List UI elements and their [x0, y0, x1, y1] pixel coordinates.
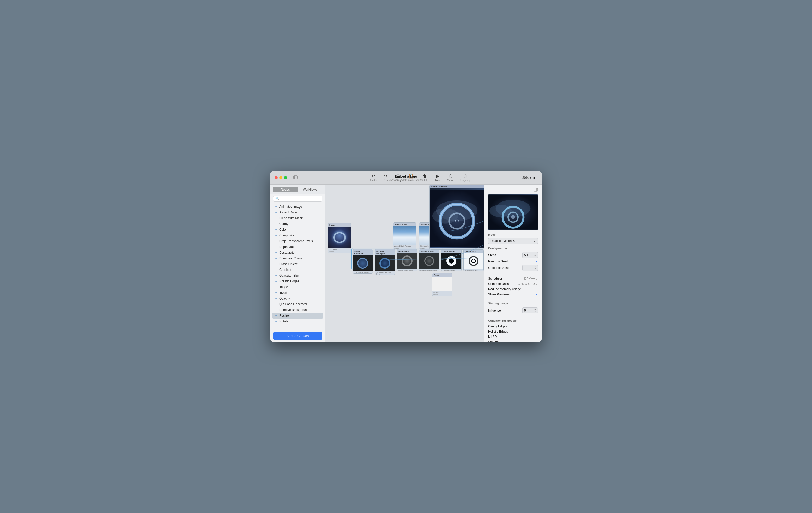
undo-button[interactable]: ↩ Undo — [368, 173, 379, 183]
node-item-holistic-edges[interactable]: ✦ Holistic Edges — [272, 278, 323, 284]
guidance-up[interactable]: ▲ — [534, 266, 536, 268]
model-selector[interactable]: Realistic Vision 5.1 ⌄ — [488, 238, 538, 244]
group-icon: ⬡ — [449, 174, 453, 179]
influence-row: Influence 0 ▲ ▼ — [488, 306, 538, 314]
main-content: Nodes Workflows 🔍 ✦ Animated Image ✦ Asp… — [270, 185, 542, 342]
divider-3 — [488, 316, 538, 316]
node-icon-gradient: ✦ — [274, 268, 278, 272]
model-chevron-icon: ⌄ — [533, 239, 535, 243]
tab-workflows[interactable]: Workflows — [298, 187, 323, 192]
scheduler-selector[interactable]: DPM++ ⌄ — [524, 277, 538, 280]
node-icon-color: ✦ — [274, 228, 278, 232]
zoom-control[interactable]: 30% ▾ — [522, 176, 531, 180]
conditioning-mlsd[interactable]: MLSD — [488, 334, 538, 339]
node-item-gradient[interactable]: ✦ Gradient — [272, 267, 323, 273]
node-item-remove-background[interactable]: ✦ Remove Background — [272, 307, 323, 313]
flow-node-color[interactable]: Color #FFFFFF Image — [432, 273, 453, 296]
node-item-erase-object[interactable]: ✦ Erase Object — [272, 261, 323, 267]
conditioning-scribble[interactable]: Scribble — [488, 339, 538, 342]
node-icon-blend-with-mask: ✦ — [274, 216, 278, 220]
conditioning-canny-edges[interactable]: Canny Edges — [488, 324, 538, 329]
expand-icon[interactable]: » — [533, 176, 538, 180]
search-box[interactable]: 🔍 — [273, 195, 322, 202]
node-item-desaturate[interactable]: ✦ Desaturate — [272, 250, 323, 255]
scheduler-chevron-icon: ⌄ — [535, 277, 538, 280]
run-icon: ▶ — [436, 174, 439, 179]
node-item-animated-image[interactable]: ✦ Animated Image — [272, 204, 323, 210]
node-item-depth-map[interactable]: ✦ Depth Map — [272, 244, 323, 250]
node-list: ✦ Animated Image ✦ Aspect Ratio ✦ Blend … — [270, 203, 325, 330]
node-icon-canny: ✦ — [274, 222, 278, 226]
steps-up[interactable]: ▲ — [534, 253, 536, 255]
ungroup-icon: ⬡ — [464, 174, 467, 179]
minimize-button[interactable] — [279, 176, 282, 179]
undo-icon: ↩ — [372, 174, 375, 179]
node-icon-crop-transparent: ✦ — [274, 239, 278, 243]
node-item-composite[interactable]: ✦ Composite — [272, 233, 323, 238]
influence-up[interactable]: ▲ — [534, 308, 536, 310]
canvas-area[interactable]: Plain Text Realistic, sky clouds up clos… — [325, 185, 484, 342]
conditioning-holistic-edges[interactable]: Holistic Edges — [488, 329, 538, 334]
flow-node-dilate-image[interactable]: Dilate Image Threshold (Image) — [441, 249, 462, 271]
flow-node-composite[interactable]: Composite Composite (Image) — [463, 249, 484, 271]
node-icon-invert: ✦ — [274, 291, 278, 295]
influence-input[interactable]: 0 ▲ ▼ — [522, 307, 538, 313]
ungroup-button[interactable]: ⬡ Ungroup — [458, 173, 473, 183]
redo-icon: ↪ — [384, 174, 387, 179]
flow-node-stable-diffusion[interactable]: Stable Diffusion — [430, 185, 484, 250]
divider-1 — [488, 274, 538, 274]
flow-node-aspect-ratio[interactable]: Aspect Ratio Aspect Ratio (Image) Image — [393, 222, 416, 250]
node-item-color[interactable]: ✦ Color — [272, 227, 323, 233]
scheduler-row: Scheduler DPM++ ⌄ — [488, 276, 538, 281]
flow-node-desaturate[interactable]: Desaturate Desaturated (Image) — [397, 249, 417, 271]
node-icon-erase-object: ✦ — [274, 262, 278, 266]
group-button[interactable]: ⬡ Group — [444, 173, 457, 183]
panel-toggle[interactable] — [488, 188, 538, 192]
document-subtitle: Odyssey Docume... — Edited — [389, 178, 423, 181]
flow-node-image[interactable]: Image 800 × 800 Image — [328, 223, 351, 253]
random-seed-check[interactable]: ✓ — [535, 260, 538, 263]
add-to-canvas-button[interactable]: Add to Canvas — [273, 332, 322, 340]
guidance-scale-row: Guidance Scale 7 ▲ ▼ — [488, 264, 538, 272]
zoom-chevron-icon: ▾ — [530, 176, 531, 180]
node-item-invert[interactable]: ✦ Invert — [272, 290, 323, 296]
traffic-lights — [274, 176, 287, 179]
node-item-resize[interactable]: ✦ Resize — [272, 313, 323, 319]
node-icon-resize: ✦ — [274, 314, 278, 318]
flow-node-remove-background[interactable]: Remove Backgro... Background Removed (Im… — [375, 249, 395, 275]
svg-text:⊙: ⊙ — [455, 218, 459, 223]
steps-input[interactable]: 50 ▲ ▼ — [522, 252, 538, 258]
node-item-rotate[interactable]: ✦ Rotate — [272, 319, 323, 324]
node-item-guassian-blur[interactable]: ✦ Guassian Blur — [272, 273, 323, 278]
node-item-crop-transparent[interactable]: ✦ Crop Transparent Pixels — [272, 238, 323, 244]
show-previews-check[interactable]: ✓ — [535, 293, 538, 296]
node-icon-guassian-blur: ✦ — [274, 274, 278, 277]
node-icon-aspect-ratio: ✦ — [274, 211, 278, 214]
node-icon-holistic-edges: ✦ — [274, 279, 278, 283]
influence-down[interactable]: ▼ — [534, 310, 536, 312]
run-button[interactable]: ▶ Run — [432, 173, 443, 183]
node-item-dominant-colors[interactable]: ✦ Dominant Colors — [272, 255, 323, 261]
compute-units-selector[interactable]: CPU & GPU ⌄ — [518, 282, 538, 286]
node-item-blend-with-mask[interactable]: ✦ Blend With Mask — [272, 215, 323, 221]
node-icon-qr-code-generator: ✦ — [274, 302, 278, 306]
guidance-scale-input[interactable]: 7 ▲ ▼ — [522, 265, 538, 271]
node-icon-desaturate: ✦ — [274, 251, 278, 254]
flow-node-resize-image-2[interactable]: Resize Image Resized Image (Image) — [419, 249, 439, 271]
node-item-opacity[interactable]: ✦ Opacity — [272, 296, 323, 301]
tab-nodes[interactable]: Nodes — [273, 187, 298, 192]
maximize-button[interactable] — [284, 176, 287, 179]
node-item-aspect-ratio[interactable]: ✦ Aspect Ratio — [272, 210, 323, 215]
close-button[interactable] — [274, 176, 278, 179]
divider-2 — [488, 299, 538, 299]
flow-node-super-resolution[interactable]: Super Resolutio... Output Image (Image) — [352, 249, 373, 274]
node-item-canny[interactable]: ✦ Canny — [272, 221, 323, 227]
steps-down[interactable]: ▼ — [534, 255, 536, 257]
sidebar-toggle-icon[interactable] — [293, 175, 297, 180]
model-section-title: Model — [488, 233, 538, 236]
node-icon-composite: ✦ — [274, 234, 278, 237]
node-item-image[interactable]: ✦ Image — [272, 284, 323, 290]
guidance-down[interactable]: ▼ — [534, 268, 536, 270]
node-icon-image: ✦ — [274, 285, 278, 289]
node-item-qr-code-generator[interactable]: ✦ QR Code Generator — [272, 301, 323, 307]
